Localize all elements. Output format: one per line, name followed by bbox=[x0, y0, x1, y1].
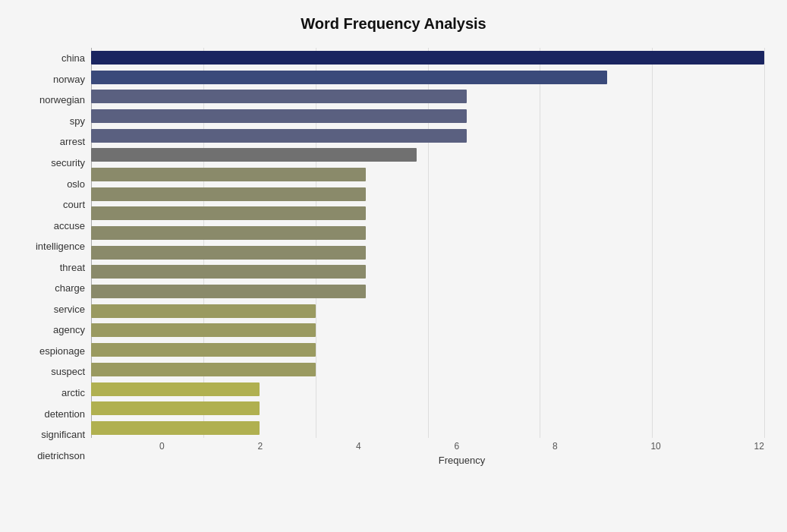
bar bbox=[91, 343, 316, 357]
chart-container: Word Frequency Analysis chinanorwaynorwe… bbox=[0, 0, 787, 532]
x-tick: 8 bbox=[552, 441, 558, 452]
bar bbox=[91, 71, 607, 84]
bar-row bbox=[91, 108, 764, 124]
bar-row bbox=[91, 283, 764, 300]
x-tick: 4 bbox=[356, 441, 361, 452]
bar-row bbox=[91, 127, 764, 144]
y-label: charge bbox=[55, 283, 85, 293]
bar bbox=[91, 421, 260, 435]
bar-row bbox=[91, 49, 764, 66]
y-label: china bbox=[61, 53, 85, 63]
grid-line bbox=[652, 48, 653, 438]
bar bbox=[91, 187, 366, 201]
chart-area: chinanorwaynorwegianspyarrestsecurityosl… bbox=[23, 48, 764, 466]
y-label: significant bbox=[41, 430, 85, 439]
y-label: service bbox=[54, 304, 85, 314]
bar bbox=[91, 285, 366, 298]
bar bbox=[91, 90, 467, 103]
bottom-section: 024681012 Frequency bbox=[91, 438, 764, 466]
bar-row bbox=[91, 263, 764, 280]
chart-title: Word Frequency Analysis bbox=[23, 15, 764, 33]
bar bbox=[91, 51, 764, 65]
y-label: norway bbox=[53, 74, 85, 84]
y-label: accuse bbox=[54, 221, 85, 231]
bar-row bbox=[91, 322, 764, 338]
bar-row bbox=[91, 400, 764, 417]
grid-line bbox=[316, 48, 316, 438]
bar bbox=[91, 304, 316, 318]
bar-row bbox=[91, 381, 764, 398]
y-label: arrest bbox=[60, 137, 85, 146]
y-label: intelligence bbox=[36, 241, 85, 251]
x-axis: 024681012 bbox=[159, 441, 764, 452]
x-tick: 2 bbox=[257, 441, 263, 452]
bar bbox=[91, 246, 366, 260]
y-label: espionage bbox=[39, 346, 85, 356]
plot-area: 024681012 Frequency bbox=[91, 48, 764, 466]
y-label: agency bbox=[53, 325, 85, 335]
grid-line bbox=[203, 48, 204, 438]
x-tick: 12 bbox=[754, 441, 764, 452]
x-tick: 0 bbox=[159, 441, 165, 452]
bar bbox=[91, 109, 467, 123]
bar-row bbox=[91, 186, 764, 203]
x-tick: 6 bbox=[454, 441, 459, 452]
bar-row bbox=[91, 420, 764, 436]
grid-lines bbox=[91, 48, 764, 438]
bar-row bbox=[91, 205, 764, 222]
bar-row bbox=[91, 225, 764, 241]
bar-row bbox=[91, 342, 764, 358]
grid-line bbox=[764, 48, 765, 438]
x-axis-label: Frequency bbox=[159, 455, 764, 466]
y-label: security bbox=[51, 158, 85, 168]
bar-row bbox=[91, 88, 764, 105]
bar bbox=[91, 363, 316, 376]
y-label: norwegian bbox=[39, 95, 85, 105]
y-label: oslo bbox=[67, 179, 85, 189]
grid-line bbox=[428, 48, 429, 438]
y-label: dietrichson bbox=[37, 451, 85, 461]
bar bbox=[91, 323, 316, 337]
grid-line bbox=[540, 48, 540, 438]
bar bbox=[91, 148, 417, 162]
bar bbox=[91, 226, 366, 240]
y-label: arctic bbox=[61, 388, 85, 398]
bar bbox=[91, 168, 366, 181]
bar-row bbox=[91, 303, 764, 320]
bar-row bbox=[91, 146, 764, 163]
bar-row bbox=[91, 69, 764, 86]
y-label: court bbox=[63, 200, 85, 209]
x-tick: 10 bbox=[650, 441, 660, 452]
bar-row bbox=[91, 361, 764, 378]
bar-row bbox=[91, 244, 764, 261]
bar bbox=[91, 401, 260, 415]
bar bbox=[91, 265, 366, 279]
y-label: suspect bbox=[51, 367, 85, 376]
bar bbox=[91, 129, 467, 143]
grid-line bbox=[91, 48, 92, 438]
y-label: threat bbox=[60, 263, 85, 272]
bar bbox=[91, 382, 260, 396]
y-label: spy bbox=[70, 116, 85, 126]
bar-row bbox=[91, 166, 764, 183]
y-label: detention bbox=[45, 409, 86, 419]
bars-wrapper bbox=[91, 48, 764, 438]
bar bbox=[91, 206, 366, 220]
y-axis: chinanorwaynorwegianspyarrestsecurityosl… bbox=[23, 48, 91, 466]
